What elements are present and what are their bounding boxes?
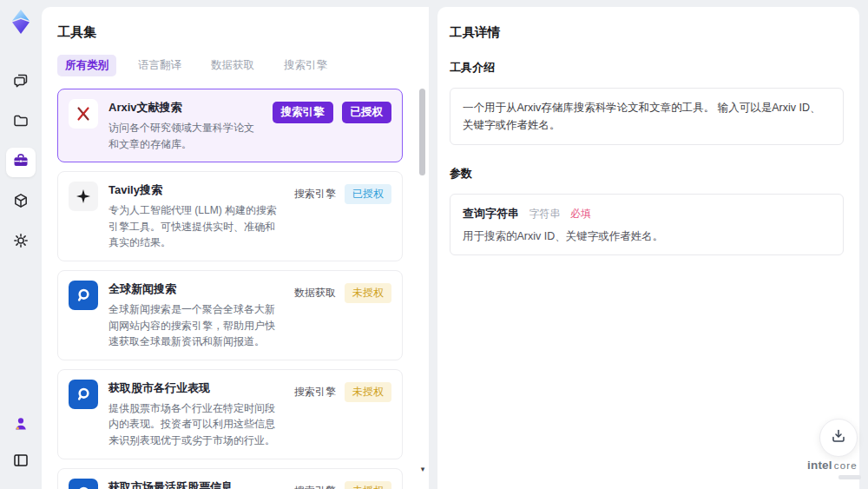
brand-secondary: core bbox=[834, 460, 858, 471]
category-tab[interactable]: 所有类别 bbox=[57, 55, 116, 76]
sidebar-nav bbox=[6, 68, 36, 257]
tool-category-label: 搜索引擎 bbox=[294, 184, 336, 204]
search-app-icon bbox=[69, 380, 98, 409]
tool-detail-panel: 工具详情 工具介绍 一个用于从Arxiv存储库搜索科学论文和文章的工具。 输入可… bbox=[437, 7, 859, 489]
sidebar-item-briefcase[interactable] bbox=[6, 148, 36, 177]
arxiv-logo-icon bbox=[69, 99, 98, 129]
list-scrollbar[interactable] bbox=[419, 83, 426, 483]
tool-name: 获取市场最活跃股票信息 bbox=[108, 479, 284, 489]
param-description: 用于搜索的Arxiv ID、关键字或作者姓名。 bbox=[463, 229, 831, 244]
param-required-badge: 必填 bbox=[570, 208, 591, 220]
tool-category-label: 数据获取 bbox=[294, 283, 336, 303]
sidebar-item-panel-toggle[interactable] bbox=[6, 447, 36, 477]
tool-description: 提供股票市场各个行业在特定时间段内的表现。投资者可以利用这些信息来识别表现优于或… bbox=[108, 400, 284, 449]
user-icon bbox=[12, 415, 30, 436]
detail-title: 工具详情 bbox=[450, 24, 844, 41]
sidebar-item-user[interactable] bbox=[6, 411, 36, 440]
folder-icon bbox=[12, 112, 30, 133]
params-heading: 参数 bbox=[450, 166, 844, 182]
chat-icon bbox=[12, 72, 30, 93]
scroll-down-arrow[interactable]: ▾ bbox=[418, 465, 427, 473]
tool-status-badge: 已授权 bbox=[345, 184, 391, 204]
sidebar-item-folder[interactable] bbox=[6, 108, 36, 137]
tool-list-item[interactable]: 获取股市各行业表现 提供股票市场各个行业在特定时间段内的表现。投资者可以利用这些… bbox=[57, 369, 403, 459]
tool-name: Arxiv文献搜索 bbox=[108, 100, 262, 116]
category-tab[interactable]: 语言翻译 bbox=[130, 55, 189, 76]
intro-heading: 工具介绍 bbox=[450, 60, 844, 76]
param-type: 字符串 bbox=[529, 208, 560, 220]
tool-status-badge: 未授权 bbox=[345, 481, 391, 489]
tool-category-label: 搜索引擎 bbox=[294, 481, 336, 489]
download-icon bbox=[830, 427, 847, 448]
sidebar-rail bbox=[0, 0, 42, 489]
tool-list-panel: 工具集 所有类别语言翻译数据获取搜索引擎 Arxiv文献搜索 访问各个研究领域大… bbox=[42, 7, 429, 489]
tool-status-badge: 未授权 bbox=[345, 382, 391, 402]
param-card: 查询字符串 字符串 必填 用于搜索的Arxiv ID、关键字或作者姓名。 bbox=[450, 194, 844, 255]
tool-list-item[interactable]: Tavily搜索 专为人工智能代理 (LLM) 构建的搜索引擎工具。可快速提供实… bbox=[57, 171, 403, 261]
tool-name: 获取股市各行业表现 bbox=[108, 380, 284, 396]
gear-icon bbox=[12, 232, 30, 253]
search-app-icon bbox=[69, 281, 98, 310]
panel-toggle-icon bbox=[12, 452, 30, 472]
category-tab[interactable]: 数据获取 bbox=[203, 55, 262, 76]
tool-list: Arxiv文献搜索 访问各个研究领域大量科学论文和文章的存储库。 搜索引擎 已授… bbox=[57, 89, 415, 489]
tool-list-item[interactable]: 获取市场最活跃股票信息 提供当天交易量最高的股票列表，投资者可以利用这些信息来识… bbox=[57, 468, 403, 489]
category-tab[interactable]: 搜索引擎 bbox=[276, 55, 335, 76]
tool-name: 全球新闻搜索 bbox=[108, 281, 284, 297]
briefcase-icon bbox=[12, 152, 30, 173]
sidebar-item-chat[interactable] bbox=[6, 68, 36, 97]
download-button[interactable] bbox=[819, 419, 858, 457]
intel-core-logo: intelcore bbox=[802, 457, 863, 479]
tool-list-item[interactable]: Arxiv文献搜索 访问各个研究领域大量科学论文和文章的存储库。 搜索引擎 已授… bbox=[57, 89, 403, 162]
page-title: 工具集 bbox=[57, 24, 415, 41]
app-logo bbox=[10, 9, 32, 35]
sidebar-bottom bbox=[6, 411, 36, 477]
tool-name: Tavily搜索 bbox=[108, 182, 284, 198]
param-name: 查询字符串 bbox=[463, 207, 519, 220]
category-tabs: 所有类别语言翻译数据获取搜索引擎 bbox=[57, 55, 415, 76]
intro-card: 一个用于从Arxiv存储库搜索科学论文和文章的工具。 输入可以是Arxiv ID… bbox=[450, 88, 844, 145]
brand-sub-bar bbox=[838, 475, 861, 479]
sidebar-item-cube[interactable] bbox=[6, 188, 36, 217]
tool-status-badge: 已授权 bbox=[342, 102, 392, 123]
tool-description: 专为人工智能代理 (LLM) 构建的搜索引擎工具。可快速提供实时、准确和真实的结… bbox=[108, 202, 284, 251]
param-header: 查询字符串 字符串 必填 bbox=[463, 205, 831, 221]
cube-icon bbox=[12, 192, 30, 213]
intro-text: 一个用于从Arxiv存储库搜索科学论文和文章的工具。 输入可以是Arxiv ID… bbox=[463, 99, 831, 134]
scrollbar-thumb[interactable] bbox=[419, 89, 425, 175]
tool-description: 全球新闻搜索是一个聚合全球各大新闻网站内容的搜索引擎，帮助用户快速获取全球最新资… bbox=[108, 301, 284, 350]
tool-status-badge: 未授权 bbox=[345, 283, 391, 303]
tool-category-label: 搜索引擎 bbox=[294, 382, 336, 402]
brand-primary: intel bbox=[807, 459, 832, 472]
tool-category-label: 搜索引擎 bbox=[273, 102, 333, 123]
search-app-icon bbox=[69, 479, 98, 489]
tool-list-item[interactable]: 全球新闻搜索 全球新闻搜索是一个聚合全球各大新闻网站内容的搜索引擎，帮助用户快速… bbox=[57, 270, 403, 360]
sparkle-icon bbox=[69, 182, 98, 211]
sidebar-item-gear[interactable] bbox=[6, 228, 36, 257]
tool-description: 访问各个研究领域大量科学论文和文章的存储库。 bbox=[108, 120, 262, 152]
